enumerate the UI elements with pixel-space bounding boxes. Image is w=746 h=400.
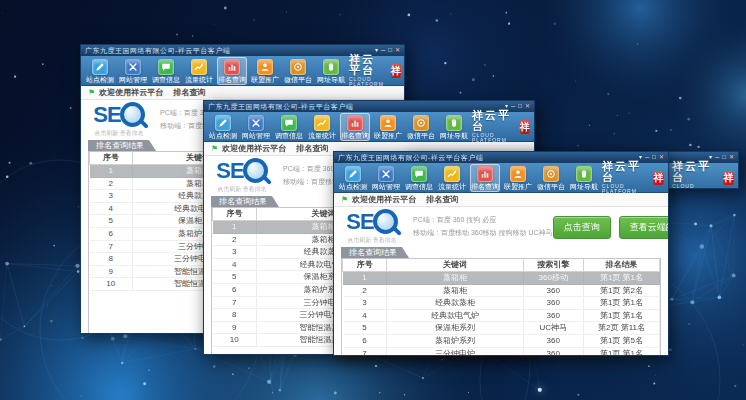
toolbar-glyph-icon (260, 62, 270, 72)
window-controls: ▾ ─ □ ✕ (639, 154, 664, 161)
toolbar-item-icon (345, 166, 361, 182)
cell-index: 7 (213, 296, 257, 309)
minimize-button[interactable]: ─ (511, 103, 515, 110)
toolbar-item[interactable]: 排名查询 (217, 57, 247, 85)
toolbar-item[interactable]: 微信平台 (536, 164, 566, 192)
table-row[interactable]: 7 三分钟电炉 360 第1页 第1名 (343, 347, 660, 355)
main-toolbar: 站点检测 网站管理 调查信息 (81, 56, 404, 86)
toolbar-item[interactable]: 联盟推广 (250, 57, 280, 85)
toolbar-item[interactable]: 网址导航 (569, 164, 599, 192)
toolbar-glyph-icon (251, 118, 261, 128)
cell-index: 4 (213, 258, 257, 271)
toolbar-glyph-icon (326, 62, 336, 72)
toolbar-item-label: 联盟推广 (504, 183, 532, 190)
toolbar-item[interactable]: 调查信息 (151, 57, 181, 85)
breadcrumb-welcome: 欢迎使用祥云平台 (352, 194, 416, 205)
table-row[interactable]: 4 经典款电气炉 360 第1页 第1名 (343, 309, 660, 322)
toolbar-item-label: 调查信息 (405, 183, 433, 190)
query-button[interactable]: 点击查询 (553, 216, 611, 239)
breadcrumb-page: 排名查询 (173, 87, 205, 98)
toolbar-item[interactable]: 网站管理 (241, 113, 271, 141)
close-button[interactable]: ✕ (729, 154, 734, 161)
table-row[interactable]: 1 蒸箱柜 360移动 第1页 第1名 (343, 272, 660, 285)
breadcrumb: ⚑ 欢迎使用祥云平台 排名查询 (81, 86, 404, 100)
content-area: SE 点击刷新 查看排名 PC端：百度 360 搜狗 必应 移动端：百度移动 3… (334, 207, 668, 355)
tab-rank-results[interactable]: 排名查询结果 (341, 247, 409, 258)
toolbar-item-label: 网址导航 (317, 76, 345, 83)
skin-button[interactable]: ▾ (375, 47, 378, 54)
cell-engine: 360 (523, 347, 583, 355)
window-title: 广东九度王国网络有限公司-祥云平台客户端 (208, 102, 505, 112)
engine-list-pc: PC端：百度 360 搜狗 必应 (413, 214, 553, 227)
toolbar-glyph-icon (218, 118, 228, 128)
cell-index: 10 (90, 278, 133, 291)
table-row[interactable]: 6 蒸箱炉系列 360 第1页 第5名 (343, 334, 660, 347)
toolbar-item[interactable]: 排名查询 (470, 164, 500, 192)
cell-index: 9 (90, 265, 133, 278)
toolbar-item-label: 联盟推广 (251, 76, 279, 83)
seo-caption: 点击刷新 查看排名 (347, 236, 397, 245)
toolbar-glyph-icon (383, 118, 393, 128)
brand-subtitle: CLOUD PLATFORM (672, 184, 720, 189)
toolbar-item[interactable]: 流量统计 (307, 113, 337, 141)
toolbar-item[interactable]: 联盟推广 (373, 113, 403, 141)
maximize-button[interactable]: □ (722, 154, 726, 161)
toolbar-item[interactable]: 网站管理 (371, 164, 401, 192)
maximize-button[interactable]: □ (518, 103, 522, 110)
brand-badge: 祥 (391, 64, 401, 78)
col-rank: 排名结果 (583, 259, 659, 272)
toolbar-item[interactable]: 排名查询 (340, 113, 370, 141)
brand-logo: 祥云平台 CLOUD PLATFORM 祥 (349, 54, 401, 87)
toolbar-item[interactable]: 联盟推广 (503, 164, 533, 192)
close-button[interactable]: ✕ (525, 103, 530, 110)
toolbar-item-icon (543, 166, 559, 182)
seo-logo: SE 点击刷新 查看排名 (211, 158, 273, 194)
seo-caption: 点击刷新 查看排名 (94, 129, 144, 138)
tab-rank-results[interactable]: 排名查询结果 (88, 140, 156, 151)
toolbar-item[interactable]: 调查信息 (404, 164, 434, 192)
toolbar-item[interactable]: 网址导航 (316, 57, 346, 85)
toolbar-item[interactable]: 网址导航 (439, 113, 469, 141)
toolbar-item[interactable]: 站点检测 (338, 164, 368, 192)
toolbar-item-label: 微信平台 (284, 76, 312, 83)
maximize-button[interactable]: □ (652, 154, 656, 161)
minimize-button[interactable]: ─ (645, 154, 649, 161)
toolbar-item-icon (290, 59, 306, 75)
brand-badge: 祥 (723, 171, 734, 185)
toolbar-item[interactable]: 站点检测 (85, 57, 115, 85)
maximize-button[interactable]: □ (388, 47, 392, 54)
cell-rank: 第1页 第1名 (583, 347, 659, 355)
toolbar-item[interactable]: 微信平台 (283, 57, 313, 85)
table-row[interactable]: 3 经典款蒸柜 360 第1页 第1名 (343, 297, 660, 310)
close-button[interactable]: ✕ (659, 154, 664, 161)
tab-rank-results[interactable]: 排名查询结果 (211, 196, 279, 207)
seo-wordmark: SE (216, 160, 243, 182)
breadcrumb-welcome: 欢迎使用祥云平台 (222, 143, 286, 154)
table-row[interactable]: 5 保温柜系列 UC神马 第2页 第11名 (343, 322, 660, 335)
toolbar-item-icon (215, 115, 231, 131)
cell-rank: 第1页 第1名 (583, 272, 659, 285)
close-button[interactable]: ✕ (395, 47, 400, 54)
toolbar-item[interactable]: 微信平台 (406, 113, 436, 141)
seo-header-row: SE 点击刷新 查看排名 PC端：百度 360 搜狗 必应 移动端：百度移动 3… (341, 209, 661, 245)
cell-index: 8 (213, 309, 257, 322)
main-toolbar: 站点检测 网站管理 调查信息 (334, 163, 668, 193)
toolbar-item-label: 排名查询 (471, 183, 499, 190)
cell-index: 4 (343, 309, 387, 322)
toolbar-item-label: 调查信息 (275, 132, 303, 139)
toolbar-item[interactable]: 网站管理 (118, 57, 148, 85)
toolbar-item-icon (92, 59, 108, 75)
cell-keyword: 蒸箱柜 (387, 272, 523, 285)
toolbar-item[interactable]: 流量统计 (184, 57, 214, 85)
table-row[interactable]: 2 蒸箱柜 360 第1页 第2名 (343, 284, 660, 297)
cell-index: 3 (343, 297, 387, 310)
view-cloud-rank-button[interactable]: 查看云端的排名 (619, 216, 668, 239)
toolbar-item[interactable]: 站点检测 (208, 113, 238, 141)
toolbar-item[interactable]: 流量统计 (437, 164, 467, 192)
minimize-button[interactable]: ─ (715, 154, 719, 161)
magnifier-icon (243, 158, 268, 183)
toolbar-item[interactable]: 调查信息 (274, 113, 304, 141)
toolbar-item-label: 流量统计 (438, 183, 466, 190)
toolbar-glyph-icon (348, 169, 358, 179)
minimize-button[interactable]: ─ (381, 47, 385, 54)
